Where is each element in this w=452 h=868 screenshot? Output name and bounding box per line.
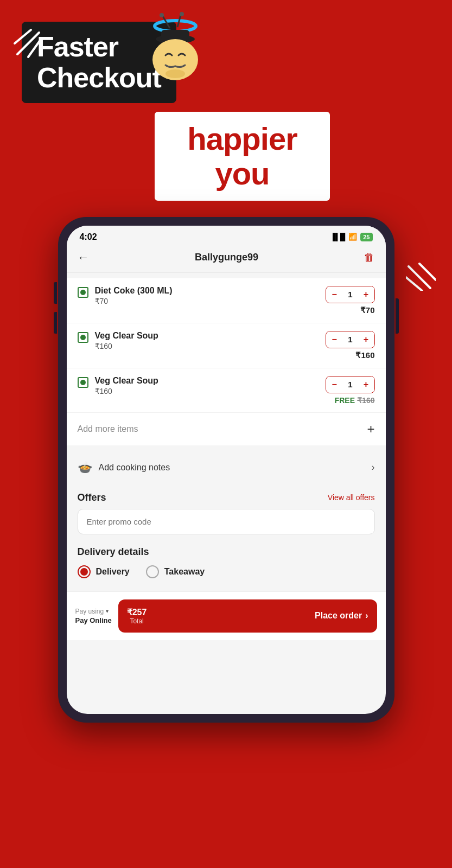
veg-dot: [80, 380, 86, 385]
wifi-icon: 📶: [348, 233, 357, 241]
status-bar: 4:02 ▐▌█ 📶 25: [67, 226, 386, 245]
delivery-title: Delivery details: [78, 546, 375, 558]
quantity-control[interactable]: − 1 +: [326, 376, 374, 393]
takeaway-label: Takeaway: [164, 567, 205, 577]
cooking-notes-label: Add cooking notes: [99, 463, 170, 473]
veg-dot: [80, 335, 86, 340]
quantity-control[interactable]: − 1 +: [326, 331, 374, 348]
veg-indicator: [78, 287, 88, 298]
offers-header: Offers View all offers: [78, 492, 375, 503]
item-info: Veg Clear Soup ₹160: [95, 331, 326, 350]
original-price-strikethrough: ₹160: [357, 396, 374, 405]
order-amount: ₹257: [127, 607, 147, 617]
svg-line-9: [17, 33, 39, 54]
delete-cart-button[interactable]: 🗑: [364, 251, 374, 264]
qty-increase-btn[interactable]: +: [358, 331, 374, 348]
happier-text: happier: [187, 122, 297, 156]
item-price: ₹160: [95, 387, 326, 395]
phone-screen: 4:02 ▐▌█ 📶 25 ← Ballygunge99 🗑: [67, 226, 386, 714]
item-name: Veg Clear Soup: [95, 331, 326, 341]
order-total-label: Total: [127, 617, 147, 625]
delivery-option-delivery[interactable]: Delivery: [78, 565, 130, 578]
pay-info: Pay using ▾ Pay Online: [75, 608, 112, 624]
back-button[interactable]: ←: [78, 251, 90, 265]
delivery-section: Delivery details Delivery Takeaway: [67, 539, 386, 586]
decorative-arrow-topleft: [12, 27, 44, 62]
app-header: ← Ballygunge99 🗑: [67, 245, 386, 273]
phone-mockup: 4:02 ▐▌█ 📶 25 ← Ballygunge99 🗑: [58, 217, 394, 723]
cart-section: Diet Coke (300 ML) ₹70 − 1 + ₹70: [67, 278, 386, 445]
restaurant-name: Ballygunge99: [195, 252, 258, 263]
svg-point-4: [180, 12, 184, 16]
pay-using-text: Pay using: [75, 608, 104, 615]
decorative-arrow-right: [406, 261, 436, 293]
add-more-items-row[interactable]: Add more items +: [67, 413, 386, 445]
cart-item-veg-soup-2-free: Veg Clear Soup ₹160 − 1 + FREE ₹160: [67, 368, 386, 413]
veg-indicator: [78, 377, 88, 388]
radio-takeaway[interactable]: [146, 565, 159, 578]
cooking-notes-chevron: ›: [372, 462, 375, 473]
mascot-image: [138, 11, 209, 81]
item-total: ₹160: [355, 350, 374, 360]
place-order-chevron: ›: [365, 611, 368, 621]
battery-indicator: 25: [360, 233, 372, 241]
top-banner: Faster Checkout: [0, 0, 452, 212]
cooking-notes-left: 🍲 Add cooking notes: [78, 461, 170, 475]
cart-item-veg-soup-1: Veg Clear Soup ₹160 − 1 + ₹160: [67, 323, 386, 368]
qty-value: 1: [342, 290, 358, 299]
volume-btn-up: [54, 282, 57, 304]
svg-line-14: [406, 277, 422, 291]
power-btn: [396, 298, 399, 334]
veg-indicator: [78, 332, 88, 343]
item-controls: − 1 + ₹70: [326, 286, 374, 315]
item-price: ₹70: [95, 297, 326, 305]
item-info: Veg Clear Soup ₹160: [95, 376, 326, 395]
add-more-label: Add more items: [78, 424, 138, 434]
offers-section: Offers View all offers: [67, 484, 386, 539]
svg-line-12: [409, 266, 430, 288]
cooking-notes-row[interactable]: 🍲 Add cooking notes ›: [67, 451, 386, 484]
item-total: ₹70: [360, 305, 375, 315]
qty-decrease-btn[interactable]: −: [326, 331, 342, 348]
item-info: Diet Coke (300 ML) ₹70: [95, 286, 326, 305]
qty-increase-btn[interactable]: +: [358, 376, 374, 393]
status-icons: ▐▌█ 📶 25: [330, 233, 373, 241]
pay-method-label: Pay Online: [75, 616, 112, 624]
item-name: Veg Clear Soup: [95, 376, 326, 386]
svg-line-11: [15, 30, 31, 43]
radio-delivery-selected: [80, 568, 88, 576]
item-controls: − 1 + FREE ₹160: [326, 376, 374, 405]
you-text: you: [187, 156, 297, 191]
item-name: Diet Coke (300 ML): [95, 286, 326, 296]
qty-decrease-btn[interactable]: −: [326, 376, 342, 393]
place-order-button[interactable]: ₹257 Total Place order ›: [118, 599, 377, 633]
qty-decrease-btn[interactable]: −: [326, 286, 342, 303]
pay-using-dropdown-icon[interactable]: ▾: [106, 608, 109, 614]
quantity-control[interactable]: − 1 +: [326, 286, 374, 303]
svg-line-13: [419, 264, 436, 280]
view-all-offers-link[interactable]: View all offers: [328, 493, 375, 502]
offers-title: Offers: [78, 492, 106, 503]
item-price: ₹160: [95, 342, 326, 350]
place-order-label: Place order: [315, 611, 362, 621]
place-order-text: Place order ›: [315, 611, 368, 621]
radio-delivery[interactable]: [78, 565, 91, 578]
background: Faster Checkout: [0, 0, 452, 868]
add-more-icon: +: [367, 422, 374, 437]
cart-item-diet-coke: Diet Coke (300 ML) ₹70 − 1 + ₹70: [67, 278, 386, 323]
status-time: 4:02: [80, 232, 97, 242]
pay-using-label: Pay using ▾: [75, 608, 112, 615]
pot-icon: 🍲: [78, 461, 92, 475]
promo-code-input[interactable]: [78, 509, 375, 534]
delivery-option-takeaway[interactable]: Takeaway: [146, 565, 205, 578]
order-amount-block: ₹257 Total: [127, 607, 147, 625]
faster-checkout-box: Faster Checkout: [22, 22, 176, 103]
qty-increase-btn[interactable]: +: [358, 286, 374, 303]
signal-icon: ▐▌█: [330, 233, 346, 241]
qty-value: 1: [342, 335, 358, 344]
free-label: FREE: [335, 396, 355, 405]
delivery-label: Delivery: [96, 567, 130, 577]
veg-dot: [80, 290, 86, 295]
delivery-options: Delivery Takeaway: [78, 565, 375, 578]
bottom-bar: Pay using ▾ Pay Online ₹257 Total Place …: [67, 591, 386, 640]
